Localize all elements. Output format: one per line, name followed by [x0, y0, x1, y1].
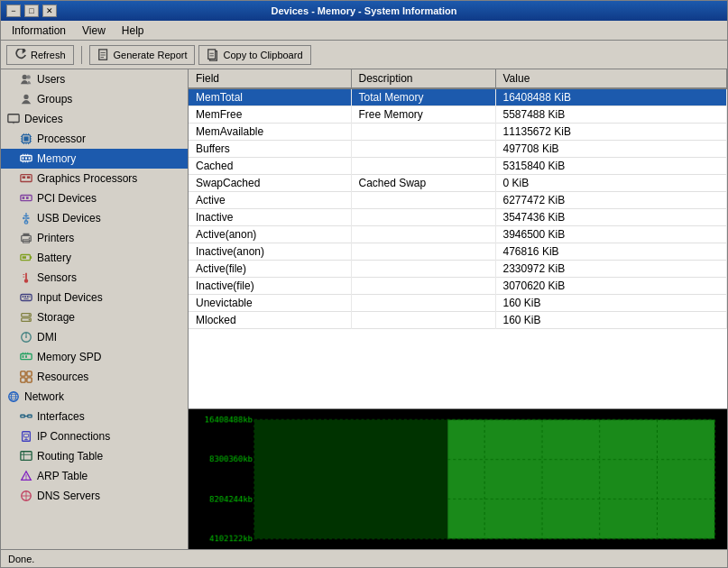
maximize-button[interactable]: □ [24, 5, 39, 17]
pci-icon [19, 191, 33, 206]
cell-field: Unevictable [189, 295, 351, 312]
graphics-icon [19, 171, 33, 186]
sidebar-label-usb: USB Devices [37, 212, 101, 224]
sidebar-item-dmi[interactable]: DMI [1, 327, 188, 347]
data-table[interactable]: Field Description Value MemTotalTotal Me… [189, 69, 727, 409]
sidebar-item-interfaces[interactable]: Interfaces [1, 407, 188, 426]
sidebar-item-users[interactable]: Users [1, 69, 188, 89]
table-row[interactable]: Buffers497708 KiB [189, 141, 727, 158]
menu-help[interactable]: Help [115, 23, 152, 39]
copy-to-clipboard-button[interactable]: Copy to Clipboard [198, 45, 310, 65]
sensors-icon [19, 270, 33, 285]
table-row[interactable]: MemTotalTotal Memory16408488 KiB [189, 88, 727, 106]
sidebar-item-memory[interactable]: Memory [1, 149, 188, 169]
cell-field: Mlocked [189, 312, 351, 329]
chart-area [189, 409, 727, 549]
svg-point-69 [29, 319, 31, 321]
sidebar-item-memspd[interactable]: Memory SPD [1, 347, 188, 367]
svg-point-9 [26, 75, 30, 78]
memory-icon [19, 151, 33, 166]
svg-rect-36 [25, 157, 27, 160]
cell-field: MemFree [189, 106, 351, 124]
status-text: Done. [8, 554, 34, 564]
sidebar-item-usb[interactable]: USB Devices [1, 208, 188, 228]
sidebar-label-arp: ARP Table [37, 470, 88, 482]
generate-report-button[interactable]: Generate Report [89, 45, 196, 65]
cell-description [351, 192, 495, 209]
sidebar-item-processor[interactable]: Processor [1, 129, 188, 149]
sidebar: Users Groups Devices Processor [1, 69, 189, 549]
table-row[interactable]: MemFreeFree Memory5587488 KiB [189, 106, 727, 124]
svg-point-100 [25, 478, 26, 479]
svg-rect-64 [30, 296, 31, 298]
table-row[interactable]: Cached5315840 KiB [189, 158, 727, 175]
cell-field: Cached [189, 158, 351, 175]
svg-rect-81 [21, 378, 25, 382]
sidebar-item-battery[interactable]: Battery [1, 248, 188, 268]
menu-view[interactable]: View [75, 23, 113, 39]
table-row[interactable]: Mlocked160 KiB [189, 312, 727, 329]
report-icon [97, 49, 110, 61]
sidebar-item-dns[interactable]: DNS Servers [1, 486, 188, 506]
cell-description [351, 278, 495, 295]
col-value: Value [495, 69, 727, 88]
table-row[interactable]: Active(anon)3946500 KiB [189, 226, 727, 243]
sidebar-item-network[interactable]: Network [1, 387, 188, 407]
sidebar-label-storage: Storage [37, 311, 75, 324]
sidebar-item-devices[interactable]: Devices [1, 109, 188, 129]
svg-point-46 [23, 217, 25, 220]
sidebar-item-input[interactable]: Input Devices [1, 288, 188, 307]
sidebar-item-storage[interactable]: Storage [1, 307, 188, 327]
status-bar: Done. [1, 549, 727, 567]
minimize-button[interactable]: − [6, 5, 21, 17]
table-row[interactable]: Inactive3547436 KiB [189, 209, 727, 226]
sidebar-label-memspd: Memory SPD [37, 351, 101, 363]
sidebar-item-resources[interactable]: Resources [1, 367, 188, 387]
sidebar-label-input: Input Devices [37, 291, 103, 304]
cell-field: Active [189, 192, 351, 209]
sidebar-item-ipconn[interactable]: IP Connections [1, 426, 188, 446]
table-row[interactable]: Unevictable160 KiB [189, 295, 727, 312]
table-row[interactable]: SwapCachedCached Swap0 KiB [189, 175, 727, 192]
dns-icon [19, 489, 33, 503]
svg-rect-35 [23, 157, 24, 160]
cell-value: 160 KiB [495, 312, 727, 329]
cell-value: 160 KiB [495, 295, 727, 312]
sidebar-item-pci[interactable]: PCI Devices [1, 188, 188, 208]
sidebar-label-users: Users [37, 73, 65, 86]
arp-icon [19, 469, 33, 483]
table-row[interactable]: Inactive(file)3070620 KiB [189, 278, 727, 295]
sidebar-item-sensors[interactable]: Sensors [1, 268, 188, 288]
col-field: Field [189, 69, 351, 88]
svg-rect-40 [27, 176, 31, 179]
sidebar-item-printers[interactable]: Printers [1, 228, 188, 248]
storage-icon [19, 310, 33, 325]
printers-icon [19, 231, 33, 245]
svg-rect-88 [21, 415, 24, 417]
cell-field: Active(anon) [189, 226, 351, 243]
cell-value: 11135672 KiB [495, 124, 727, 141]
network-icon [6, 389, 21, 404]
sidebar-label-network: Network [24, 390, 64, 403]
sidebar-item-groups[interactable]: Groups [1, 89, 188, 109]
svg-rect-43 [26, 197, 29, 199]
table-row[interactable]: Active6277472 KiB [189, 192, 727, 209]
svg-rect-11 [8, 115, 19, 123]
svg-rect-80 [27, 371, 32, 376]
menu-information[interactable]: Information [5, 23, 73, 39]
close-button[interactable]: ✕ [42, 5, 57, 17]
svg-rect-47 [27, 217, 30, 219]
sidebar-item-arp[interactable]: ARP Table [1, 466, 188, 486]
cell-field: MemAvailable [189, 124, 351, 141]
table-row[interactable]: MemAvailable11135672 KiB [189, 124, 727, 141]
table-row[interactable]: Inactive(anon)476816 KiB [189, 243, 727, 261]
sidebar-item-routing[interactable]: Routing Table [1, 446, 188, 466]
svg-rect-65 [23, 298, 28, 299]
sidebar-label-graphics: Graphics Processors [37, 172, 137, 185]
interfaces-icon [19, 409, 33, 424]
sidebar-item-graphics[interactable]: Graphics Processors [1, 169, 188, 188]
svg-rect-79 [21, 371, 25, 376]
cell-field: Active(file) [189, 261, 351, 278]
table-row[interactable]: Active(file)2330972 KiB [189, 261, 727, 278]
refresh-button[interactable]: Refresh [6, 45, 74, 65]
